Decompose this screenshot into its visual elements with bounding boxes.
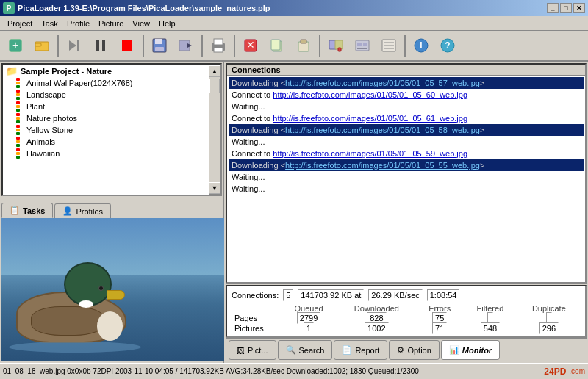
menu-project[interactable]: Project [3, 18, 37, 29]
tab-pict[interactable]: 🖼 Pict... [229, 340, 276, 360]
status-logo-suffix: .com [569, 367, 585, 375]
pictures-queued: 1 [281, 323, 337, 333]
search-icon: 🔍 [286, 345, 296, 355]
list-button[interactable] [376, 33, 401, 58]
profiles-tab-label: Profiles [76, 207, 103, 216]
option-label: Option [407, 346, 431, 355]
tree-item-nature-photos[interactable]: Nature photos [3, 112, 209, 124]
tree-item-hawaiian[interactable]: Hawaiian [3, 148, 209, 159]
tree-item-animals[interactable]: Animals [3, 136, 209, 148]
info-button[interactable]: i [409, 33, 434, 58]
print-button[interactable] [206, 33, 231, 58]
report-label: Report [355, 346, 379, 355]
stats-row-pictures: Pictures 1 1002 71 548 296 [232, 323, 581, 333]
svg-rect-25 [338, 48, 341, 51]
profiles-tab-icon: 👤 [62, 206, 73, 216]
time-value: 1:08:54 [427, 289, 460, 301]
tab-report[interactable]: 📄 Report [334, 340, 387, 360]
download-button[interactable] [323, 33, 348, 58]
stats-row-connections: Connections: 5 141703.92 KB at 26.29 KB/… [232, 289, 581, 301]
add-button[interactable]: + [3, 33, 28, 58]
svg-rect-27 [357, 43, 362, 46]
preview-area [1, 218, 224, 361]
connections-count-value: 5 [283, 289, 293, 301]
pages-errors: 75 [416, 313, 463, 323]
delete-button[interactable]: ✕ [238, 33, 263, 58]
toolbar: + ✕ i ? [0, 31, 588, 62]
sep1 [57, 35, 59, 57]
paste-button[interactable] [291, 33, 316, 58]
tree-item-landscape[interactable]: Landscape [3, 89, 209, 101]
sep5 [319, 35, 320, 57]
conn-waiting4: Waiting... [229, 183, 584, 195]
pause-button[interactable] [88, 33, 113, 58]
tab-profiles[interactable]: 👤 Profiles [54, 203, 111, 218]
pictures-duplicate: 296 [517, 323, 581, 333]
minimize-button[interactable]: _ [547, 3, 559, 13]
conn-item: Downloading <http://is.freefoto.com/imag… [229, 77, 584, 89]
monitor-label: Monitor [462, 346, 492, 355]
pages-label: Pages [232, 313, 281, 323]
connections-list: Downloading <http://is.freefoto.com/imag… [227, 76, 585, 196]
tree-item-yellow-stone[interactable]: Yellow Stone [3, 124, 209, 136]
pages-duplicate [517, 313, 581, 323]
stats-area: Connections: 5 141703.92 KB at 26.29 KB/… [226, 285, 587, 338]
pages-filtered [463, 313, 517, 323]
conn-link1: http://is.freefoto.com/images/01/05/01_0… [285, 79, 480, 87]
svg-rect-8 [122, 40, 132, 51]
conn-link4: http://is.freefoto.com/images/01/05/01_0… [285, 126, 480, 134]
svg-marker-4 [69, 40, 76, 51]
svg-rect-29 [357, 48, 368, 49]
scroll-thumb[interactable] [209, 79, 220, 93]
sep3 [201, 35, 203, 57]
bottom-tabs: 🖼 Pict... 🔍 Search 📄 Report ⚙ Option 📊 M… [226, 338, 587, 361]
scroll-up[interactable]: ▲ [209, 65, 220, 77]
tree-scrollbar[interactable]: ▲ ▼ [209, 65, 220, 195]
tree-root[interactable]: 📁 Sample Project - Nature [3, 65, 209, 77]
conn-item: Downloading <http://is.freefoto.com/imag… [229, 124, 584, 136]
sep2 [143, 35, 144, 57]
svg-rect-3 [35, 43, 41, 46]
copy-button[interactable] [265, 33, 290, 58]
menu-task[interactable]: Task [37, 18, 62, 29]
save-button[interactable] [147, 33, 172, 58]
export-button[interactable] [173, 33, 198, 58]
menu-profile[interactable]: Profile [62, 18, 94, 29]
close-button[interactable]: ✕ [573, 3, 585, 13]
scroll-down[interactable]: ▼ [209, 182, 220, 194]
title-bar: P PicaLoader 1.39-E:\Program Files\PicaL… [0, 0, 588, 16]
conn-waiting2: Waiting... [229, 136, 584, 148]
maximize-button[interactable]: □ [560, 3, 572, 13]
tab-monitor[interactable]: 📊 Monitor [441, 340, 500, 360]
skip-button[interactable] [62, 33, 87, 58]
tab-search[interactable]: 🔍 Search [278, 340, 333, 360]
conn-item: Connect to http://is.freefoto.com/images… [229, 112, 584, 124]
svg-rect-15 [214, 39, 223, 45]
tree-item-plant[interactable]: Plant [3, 101, 209, 112]
menu-view[interactable]: View [128, 18, 154, 29]
open-button[interactable] [29, 33, 54, 58]
svg-text:?: ? [445, 40, 450, 51]
tree-item-animal[interactable]: Animal WallPaper(1024X768) [3, 77, 209, 89]
tab-tasks[interactable]: 📋 Tasks [1, 203, 53, 218]
option-icon: ⚙ [397, 345, 404, 355]
conn-link3: http://is.freefoto.com/images/01/05/01_0… [273, 114, 467, 123]
svg-text:i: i [420, 40, 422, 51]
tasks-tab-icon: 📋 [10, 206, 20, 215]
svg-rect-16 [214, 48, 223, 52]
folder-icon: 📁 [6, 65, 18, 76]
tab-option[interactable]: ⚙ Option [389, 340, 439, 360]
main-content: 📁 Sample Project - Nature Animal WallPap… [0, 62, 588, 363]
menu-help[interactable]: Help [154, 18, 180, 29]
stop-button[interactable] [115, 33, 140, 58]
tasks-tab-label: Tasks [23, 206, 45, 215]
menu-picture[interactable]: Picture [94, 18, 128, 29]
settings-button[interactable] [350, 33, 375, 58]
conn-waiting3: Waiting... [229, 171, 584, 183]
svg-rect-6 [96, 40, 99, 51]
help-button[interactable]: ? [435, 33, 460, 58]
report-icon: 📄 [342, 345, 352, 355]
conn-waiting1: Waiting... [229, 101, 584, 112]
svg-rect-7 [102, 40, 105, 51]
svg-rect-10 [155, 39, 162, 44]
